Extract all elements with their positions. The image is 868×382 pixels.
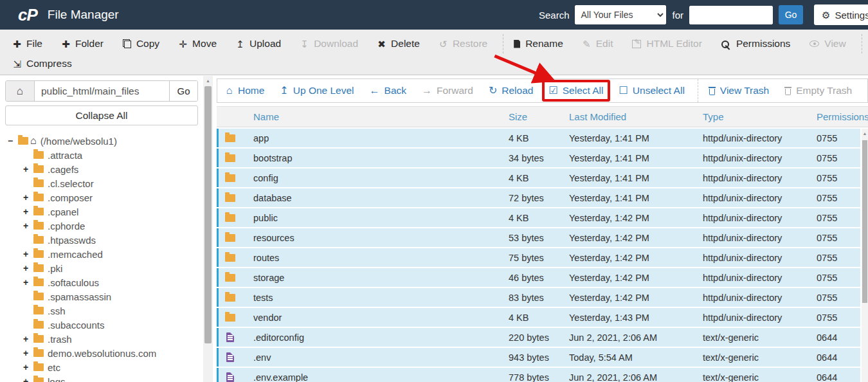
- expand-icon[interactable]: +: [23, 206, 33, 217]
- table-row[interactable]: resources53 bytesYesterday, 1:42 PMhttpd…: [217, 228, 860, 247]
- tree-item[interactable]: +logs: [8, 374, 203, 382]
- tree-item-label[interactable]: (/home/websolu1): [41, 136, 117, 147]
- path-go-button[interactable]: Go: [169, 81, 197, 101]
- tree-item[interactable]: .ssh: [8, 304, 203, 318]
- tree-item-label[interactable]: .cl.selector: [48, 178, 94, 189]
- expand-icon[interactable]: +: [23, 192, 33, 203]
- tree-item-label[interactable]: .softaculous: [48, 277, 99, 288]
- table-row[interactable]: routes75 bytesYesterday, 1:42 PMhttpd/un…: [217, 248, 860, 267]
- toolbar-upload-button[interactable]: ↥Upload: [236, 38, 281, 50]
- toolbar-compress-button[interactable]: ⇲Compress: [13, 58, 72, 69]
- collapse-all-button[interactable]: Collapse All: [5, 105, 198, 125]
- column-header-permissions[interactable]: Permissions: [817, 111, 868, 122]
- expand-icon[interactable]: +: [23, 263, 33, 273]
- tree-item[interactable]: .attracta: [8, 148, 203, 162]
- tree-item-label[interactable]: logs: [48, 376, 66, 382]
- path-input[interactable]: [35, 81, 169, 101]
- table-row[interactable]: app4 KBYesterday, 1:41 PMhttpd/unix-dire…: [217, 129, 860, 147]
- sidebar-scrollbar-thumb[interactable]: [204, 86, 212, 343]
- tree-item-label[interactable]: .attracta: [48, 150, 82, 161]
- column-header-name[interactable]: Name: [242, 111, 509, 122]
- settings-button[interactable]: ⚙ Settings: [814, 5, 868, 25]
- nav-item-view-trash[interactable]: View Trash: [709, 85, 769, 96]
- column-header-last-modified[interactable]: Last Modified: [569, 111, 703, 122]
- toolbar-copy-button[interactable]: Copy: [123, 38, 159, 50]
- tree-item-label[interactable]: .htpasswds: [48, 235, 96, 246]
- column-header-size[interactable]: Size: [509, 111, 569, 122]
- table-row[interactable]: bootstrap34 bytesYesterday, 1:41 PMhttpd…: [217, 149, 860, 167]
- table-scrollbar[interactable]: ▲: [862, 129, 868, 382]
- table-row[interactable]: storage46 bytesYesterday, 1:42 PMhttpd/u…: [217, 268, 860, 287]
- toolbar-move-button[interactable]: ✛Move: [179, 38, 217, 50]
- expand-icon[interactable]: +: [23, 376, 33, 382]
- move-label: Move: [192, 38, 217, 50]
- scroll-up-arrow-icon[interactable]: ▲: [862, 129, 868, 138]
- tree-item-label[interactable]: .pki: [48, 263, 62, 274]
- tree-item[interactable]: +.softaculous: [8, 275, 203, 289]
- tree-item[interactable]: +.cagefs: [8, 162, 203, 176]
- tree-item[interactable]: −⌂(/home/websolu1): [8, 134, 203, 148]
- table-row[interactable]: config4 KBYesterday, 1:41 PMhttpd/unix-d…: [217, 168, 860, 187]
- toolbar-file-button[interactable]: ✚File: [13, 38, 42, 50]
- search-go-button[interactable]: Go: [779, 5, 803, 24]
- nav-item-unselect-all[interactable]: ☐Unselect All: [619, 85, 685, 96]
- table-row[interactable]: database72 bytesYesterday, 1:41 PMhttpd/…: [217, 188, 860, 207]
- home-path-addon[interactable]: ⌂: [6, 81, 35, 101]
- file-size: 4 KB: [509, 213, 569, 223]
- toolbar-folder-button[interactable]: ✚Folder: [62, 38, 104, 50]
- tree-item-label[interactable]: .cphorde: [48, 221, 85, 232]
- tree-item-label[interactable]: .spamassassin: [48, 291, 111, 302]
- tree-item[interactable]: .subaccounts: [8, 318, 203, 332]
- tree-item[interactable]: +.pki: [8, 261, 203, 275]
- tree-item[interactable]: +.trash: [8, 332, 203, 346]
- nav-item-home[interactable]: ⌂Home: [225, 85, 264, 96]
- nav-item-reload[interactable]: ↻Reload: [489, 85, 534, 96]
- toolbar-rename-button[interactable]: Rename: [514, 38, 563, 50]
- tree-item-label[interactable]: .cagefs: [48, 164, 78, 175]
- tree-item-label[interactable]: .subaccounts: [48, 320, 104, 331]
- tree-item-label[interactable]: .cpanel: [48, 206, 78, 217]
- tree-item-label[interactable]: demo.websolutionus.com: [48, 348, 156, 359]
- nav-item-select-all[interactable]: ☑Select All: [548, 85, 603, 96]
- expand-icon[interactable]: +: [23, 221, 33, 231]
- expand-icon[interactable]: +: [23, 348, 33, 358]
- expand-icon[interactable]: +: [23, 362, 33, 372]
- expand-icon[interactable]: +: [23, 277, 33, 287]
- table-scrollbar-thumb[interactable]: [862, 140, 867, 303]
- tree-item-label[interactable]: etc: [48, 362, 60, 373]
- expand-icon[interactable]: +: [23, 334, 33, 344]
- tree-item[interactable]: +etc: [8, 360, 203, 374]
- table-row[interactable]: .editorconfig220 bytesJun 2, 2021, 2:06 …: [217, 328, 860, 347]
- tree-item-label[interactable]: .ssh: [48, 305, 66, 316]
- compress-icon: ⇲: [13, 59, 21, 69]
- tree-item[interactable]: +.memcached: [8, 247, 203, 261]
- nav-item-back[interactable]: ←Back: [370, 85, 406, 96]
- toolbar-delete-button[interactable]: ✖Delete: [377, 38, 420, 50]
- search-scope-select[interactable]: All Your Files: [575, 5, 666, 24]
- table-row[interactable]: vendor4 KBYesterday, 1:43 PMhttpd/unix-d…: [217, 308, 860, 327]
- scroll-up-arrow-icon[interactable]: ▲: [203, 76, 213, 85]
- tree-item[interactable]: .spamassassin: [8, 289, 203, 304]
- tree-item[interactable]: +.composer: [8, 190, 203, 205]
- restore-label: Restore: [453, 38, 487, 50]
- toolbar-permissions-button[interactable]: Permissions: [721, 38, 790, 50]
- tree-item[interactable]: .cl.selector: [8, 176, 203, 190]
- tree-item[interactable]: +.cphorde: [8, 219, 203, 233]
- sidebar-scrollbar[interactable]: ▲: [203, 76, 213, 382]
- tree-item-label[interactable]: .memcached: [48, 249, 103, 260]
- tree-item[interactable]: .htpasswds: [8, 233, 203, 247]
- table-row[interactable]: tests83 bytesYesterday, 1:42 PMhttpd/uni…: [217, 288, 860, 307]
- search-input[interactable]: [689, 6, 773, 24]
- collapse-icon[interactable]: −: [8, 136, 18, 146]
- tree-item-label[interactable]: .trash: [48, 334, 72, 345]
- tree-item[interactable]: +.cpanel: [8, 205, 203, 219]
- tree-item-label[interactable]: .composer: [48, 192, 93, 203]
- table-row[interactable]: .env943 bytesToday, 5:54 AMtext/x-generi…: [217, 348, 860, 367]
- table-row[interactable]: .env.example778 bytesJun 2, 2021, 2:06 A…: [217, 368, 860, 382]
- nav-item-up-one-level[interactable]: ↥Up One Level: [280, 85, 354, 96]
- tree-item[interactable]: +demo.websolutionus.com: [8, 346, 203, 360]
- expand-icon[interactable]: +: [23, 249, 33, 259]
- table-row[interactable]: public4 KBYesterday, 1:42 PMhttpd/unix-d…: [217, 208, 860, 227]
- expand-icon[interactable]: +: [23, 164, 33, 174]
- column-header-type[interactable]: Type: [703, 111, 817, 122]
